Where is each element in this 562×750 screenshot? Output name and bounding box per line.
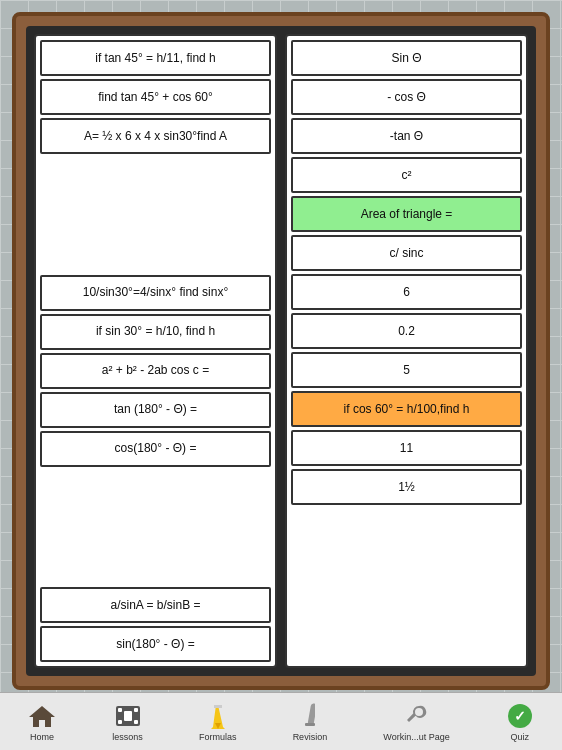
nav-formulas-label: Formulas (199, 732, 237, 742)
nav-quiz-label: Quiz (511, 732, 530, 742)
right-card-item-2[interactable]: -tan Θ (291, 118, 522, 154)
right-card-item-4[interactable]: Area of triangle = (291, 196, 522, 232)
check-icon: ✓ (506, 702, 534, 730)
nav-formulas[interactable]: Formulas (191, 698, 245, 746)
bottom-navigation: Home lessons Formulas (0, 692, 562, 750)
right-card-item-10[interactable]: 11 (291, 430, 522, 466)
nav-working-page[interactable]: Workin...ut Page (375, 698, 457, 746)
left-card-item-4[interactable]: 10/sin30°=4/sinx° find sinx° (40, 275, 271, 311)
right-card-item-1[interactable]: - cos Θ (291, 79, 522, 115)
svg-rect-2 (118, 708, 122, 712)
nav-revision-label: Revision (293, 732, 328, 742)
right-card-item-0[interactable]: Sin Θ (291, 40, 522, 76)
svg-marker-0 (29, 706, 55, 727)
film-icon (114, 702, 142, 730)
left-card-item-7[interactable]: tan (180° - Θ) = (40, 392, 271, 428)
right-card-item-7[interactable]: 0.2 (291, 313, 522, 349)
svg-rect-3 (134, 708, 138, 712)
left-card-item-8[interactable]: cos(180° - Θ) = (40, 431, 271, 467)
chalkboard-inner: if tan 45° = h/11, find hfind tan 45° + … (26, 26, 536, 676)
svg-rect-4 (118, 720, 122, 724)
wrench-icon (403, 702, 431, 730)
right-card-column: Sin Θ- cos Θ-tan Θc²Area of triangle =c/… (285, 34, 528, 668)
nav-home-label: Home (30, 732, 54, 742)
right-card-item-11[interactable]: 1½ (291, 469, 522, 505)
svg-rect-10 (307, 703, 315, 726)
right-card-item-8[interactable]: 5 (291, 352, 522, 388)
nav-lessons-label: lessons (112, 732, 143, 742)
slash-icon (296, 702, 324, 730)
pencil-icon (204, 702, 232, 730)
svg-rect-6 (124, 711, 132, 721)
right-card-item-6[interactable]: 6 (291, 274, 522, 310)
svg-rect-11 (305, 723, 315, 726)
right-card-item-3[interactable]: c² (291, 157, 522, 193)
nav-lessons[interactable]: lessons (104, 698, 151, 746)
left-card-item-1[interactable]: find tan 45° + cos 60° (40, 79, 271, 115)
left-card-item-0[interactable]: if tan 45° = h/11, find h (40, 40, 271, 76)
left-card-item-6[interactable]: a² + b² - 2ab cos c = (40, 353, 271, 389)
chalkboard-frame: if tan 45° = h/11, find hfind tan 45° + … (12, 12, 550, 690)
nav-revision[interactable]: Revision (285, 698, 336, 746)
right-card-item-9[interactable]: if cos 60° = h/100,find h (291, 391, 522, 427)
svg-rect-9 (214, 705, 222, 708)
left-card-item-10[interactable]: a/sinA = b/sinB = (40, 587, 271, 623)
left-card-item-2[interactable]: A= ½ x 6 x 4 x sin30°find A (40, 118, 271, 154)
left-card-column: if tan 45° = h/11, find hfind tan 45° + … (34, 34, 277, 668)
right-card-item-5[interactable]: c/ sinc (291, 235, 522, 271)
left-card-item-5[interactable]: if sin 30° = h/10, find h (40, 314, 271, 350)
svg-rect-5 (134, 720, 138, 724)
nav-quiz[interactable]: ✓ Quiz (498, 698, 542, 746)
left-card-item-11[interactable]: sin(180° - Θ) = (40, 626, 271, 662)
home-icon (28, 702, 56, 730)
nav-working-page-label: Workin...ut Page (383, 732, 449, 742)
nav-home[interactable]: Home (20, 698, 64, 746)
